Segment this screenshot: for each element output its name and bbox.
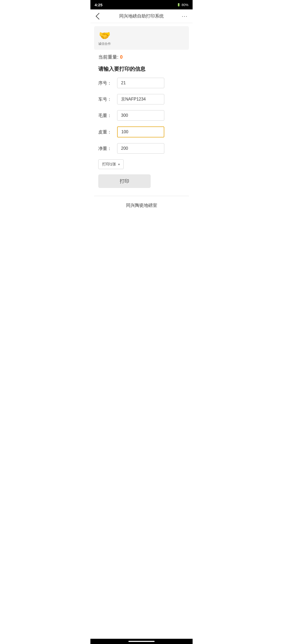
logo-banner: 🤝 诚信合作 — [94, 26, 189, 50]
back-button[interactable] — [95, 13, 102, 20]
page-title: 同兴地磅自助打印系统 — [119, 13, 164, 19]
form-section-title: 请输入要打印的信息 — [98, 65, 185, 73]
battery-level: 80% — [182, 3, 188, 7]
field-vehicle-number: 车号： — [98, 94, 185, 104]
status-icons: 🔋 80% — [177, 3, 188, 7]
label-vehicle-number: 车号： — [98, 96, 117, 102]
logo-icon: 🤝 — [99, 30, 111, 41]
input-tare-weight[interactable] — [117, 126, 164, 137]
status-bar: 4:25 🔋 80% — [90, 0, 193, 9]
logo-text: 诚信合作 — [98, 42, 111, 46]
input-vehicle-number[interactable] — [117, 94, 164, 104]
main-content: 当前重量: 0 请输入要打印的信息 序号： 车号： 毛重： 皮重： 净重： 打印… — [90, 54, 193, 196]
label-tare-weight: 皮重： — [98, 129, 117, 135]
print-button-label: 打印 — [120, 179, 129, 184]
status-time: 4:25 — [95, 3, 102, 7]
weight-display: 当前重量: 0 — [98, 54, 185, 60]
print-count-dropdown[interactable]: 打印1张 ▾ — [98, 159, 124, 169]
more-icon: ··· — [182, 13, 188, 19]
weight-label: 当前重量: — [98, 54, 118, 60]
field-tare-weight: 皮重： — [98, 126, 185, 137]
label-net-weight: 净重： — [98, 146, 117, 152]
label-serial-number: 序号： — [98, 80, 117, 86]
input-net-weight[interactable] — [117, 143, 164, 154]
field-serial-number: 序号： — [98, 78, 185, 88]
print-count-label: 打印1张 — [102, 162, 116, 167]
footer-text: 同兴陶瓷地磅室 — [126, 203, 157, 208]
footer: 同兴陶瓷地磅室 — [90, 196, 193, 215]
logo-container: 🤝 诚信合作 — [98, 30, 111, 46]
battery-icon: 🔋 — [177, 3, 181, 7]
more-button[interactable]: ··· — [181, 13, 188, 20]
back-icon — [96, 13, 102, 19]
print-button[interactable]: 打印 — [98, 174, 151, 188]
chevron-down-icon: ▾ — [118, 163, 120, 166]
field-gross-weight: 毛重： — [98, 110, 185, 121]
input-gross-weight[interactable] — [117, 110, 164, 121]
field-net-weight: 净重： — [98, 143, 185, 154]
title-bar: 同兴地磅自助打印系统 ··· — [90, 9, 193, 23]
input-serial-number[interactable] — [117, 78, 164, 88]
label-gross-weight: 毛重： — [98, 113, 117, 119]
weight-value: 0 — [120, 54, 123, 60]
